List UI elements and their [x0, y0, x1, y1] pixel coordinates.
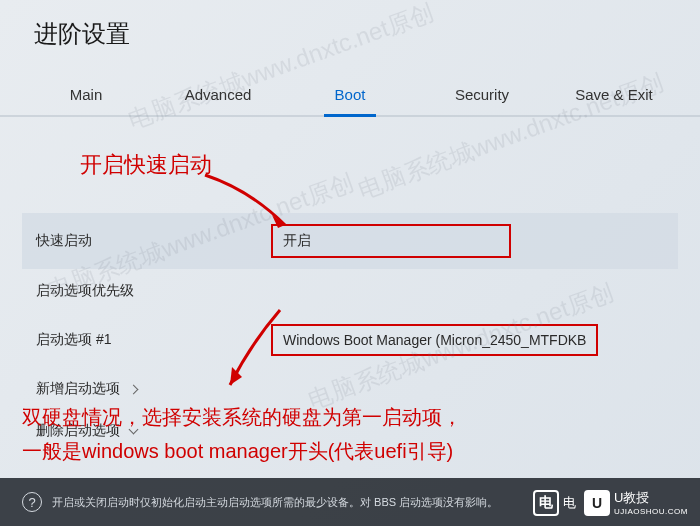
tab-security[interactable]: Security	[416, 74, 548, 115]
annotation-fast-boot: 开启快速启动	[80, 150, 212, 180]
tab-main[interactable]: Main	[20, 74, 152, 115]
help-icon: ?	[22, 492, 42, 512]
logo-dnxtc-icon: 电	[533, 490, 559, 516]
help-text: 开启或关闭启动时仅初始化启动主动启动选项所需的最少设备。对 BBS 启动选项没有…	[52, 495, 498, 510]
svg-marker-1	[230, 367, 242, 385]
chevron-right-icon	[128, 385, 138, 395]
arrow-icon	[200, 170, 300, 235]
boot-option-1-value: Windows Boot Manager (Micron_2450_MTFDKB	[271, 324, 664, 356]
page-title: 进阶设置	[0, 0, 700, 64]
fast-boot-value: 开启	[271, 224, 664, 258]
setting-boot-priority: 启动选项优先级	[22, 271, 678, 311]
tab-boot[interactable]: Boot	[284, 74, 416, 115]
arrow-icon	[220, 305, 290, 395]
boot-priority-label: 启动选项优先级	[36, 282, 271, 300]
setting-boot-option-1[interactable]: 启动选项 #1 Windows Boot Manager (Micron_245…	[22, 313, 678, 367]
logo-ujiaoshou: U U教授 UJIAOSHOU.COM	[584, 489, 688, 516]
tab-save-exit[interactable]: Save & Exit	[548, 74, 680, 115]
logos: 电 电 U U教授 UJIAOSHOU.COM	[533, 489, 688, 516]
logo-ujiaoshou-icon: U	[584, 490, 610, 516]
setting-fast-boot[interactable]: 快速启动 开启	[22, 213, 678, 269]
tabs-bar: Main Advanced Boot Security Save & Exit	[0, 64, 700, 117]
highlight-box: 开启	[271, 224, 511, 258]
highlight-box: Windows Boot Manager (Micron_2450_MTFDKB	[271, 324, 598, 356]
annotation-boot-option: 双硬盘情况，选择安装系统的硬盘为第一启动项， 一般是windows boot m…	[22, 400, 462, 468]
logo-dnxtc: 电 电	[533, 490, 576, 516]
tab-advanced[interactable]: Advanced	[152, 74, 284, 115]
